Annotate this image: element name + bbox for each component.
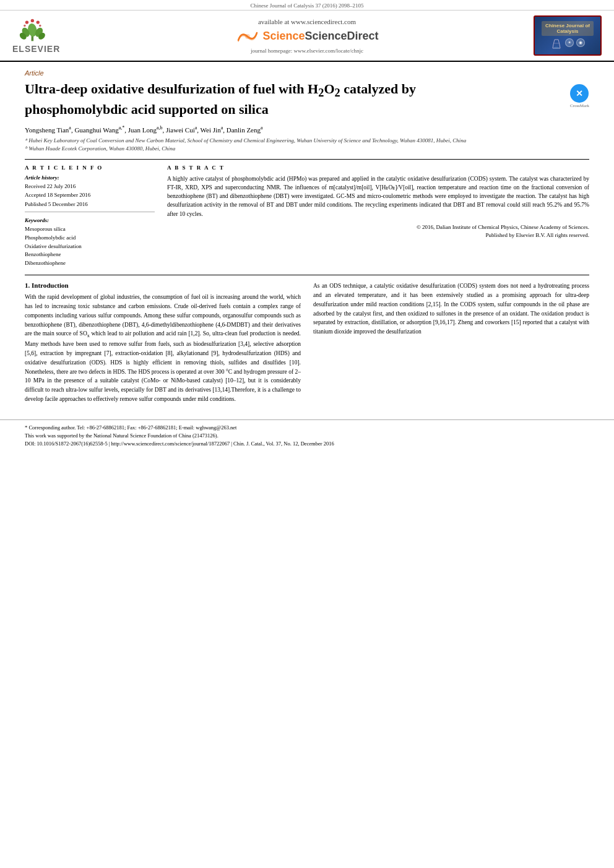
section1-heading: 1. Introduction <box>25 281 301 289</box>
article-info-abstract-row: A R T I C L E I N F O Article history: R… <box>25 165 589 268</box>
elsevier-logo-container: ELSEVIER <box>12 18 93 54</box>
svg-point-10 <box>39 24 41 27</box>
svg-point-6 <box>25 20 28 24</box>
copyright-line1: © 2016, Dalian Institute of Chemical Phy… <box>167 223 589 232</box>
abstract-copyright: © 2016, Dalian Institute of Chemical Phy… <box>167 223 589 240</box>
catalysis-badge-container: Chinese Journal of Catalysis ☀ ◉ <box>521 15 602 56</box>
section1-col2-text: As an ODS technique, a catalytic oxidati… <box>313 281 589 336</box>
keyword-5: Dibenzothiophene <box>25 259 155 267</box>
svg-point-8 <box>37 20 40 24</box>
journal-citation: Chinese Journal of Catalysis 37 (2016) 2… <box>251 2 364 9</box>
title-divider <box>25 159 589 160</box>
article-label: Article <box>25 69 589 77</box>
affiliation-a: ᵃ Hubei Key Laboratory of Coal Conversio… <box>25 137 589 145</box>
journal-header: Chinese Journal of Catalysis 37 (2016) 2… <box>0 0 614 11</box>
section1-title: Introduction <box>32 281 69 289</box>
title-block: Ultra-deep oxidative desulfurization of … <box>25 80 564 125</box>
sciencedirect-logo: ScienceScienceDirect <box>93 28 521 45</box>
article-content: Article Ultra-deep oxidative desulfuriza… <box>0 62 614 419</box>
accepted-date: Accepted 18 September 2016 <box>25 191 155 199</box>
homepage-text: journal homepage: www.elsevier.com/locat… <box>93 48 521 54</box>
catalysis-badge-title: Chinese Journal of <box>545 23 590 28</box>
affiliations: ᵃ Hubei Key Laboratory of Coal Conversio… <box>25 137 589 152</box>
catalysis-badge-subtitle: Catalysis <box>545 28 590 34</box>
authors-line: Yongsheng Tiana, Guanghui Wanga,*, Juan … <box>25 125 589 134</box>
footer-support: This work was supported by the National … <box>25 432 589 440</box>
elsevier-tree-icon <box>12 18 56 43</box>
article-history-label: Article history: <box>25 174 155 181</box>
article-info-col: A R T I C L E I N F O Article history: R… <box>25 165 155 268</box>
footer-doi: DOI: 10.1016/S1872-2067(16)62558-5 | htt… <box>25 440 589 448</box>
keywords-label: Keywords: <box>25 217 155 223</box>
sciencedirect-header: available at www.sciencedirect.com Scien… <box>93 18 521 54</box>
keywords-section: Keywords: Mesoporous silica Phosphomolyb… <box>25 217 155 267</box>
article-title: Ultra-deep oxidative desulfurization of … <box>25 80 564 119</box>
abstract-header: A B S T R A C T <box>167 165 589 171</box>
keyword-4: Benzothiophene <box>25 251 155 259</box>
keyword-3: Oxidative desulfurization <box>25 243 155 251</box>
abstract-text: A highly active catalyst of phosphomolyb… <box>167 174 589 218</box>
page: Chinese Journal of Catalysis 37 (2016) 2… <box>0 0 614 868</box>
section1-number: 1. <box>25 281 30 289</box>
body-col-left: 1. Introduction With the rapid developme… <box>25 281 301 407</box>
badge-circle-icon-1: ☀ <box>565 38 574 47</box>
svg-point-9 <box>24 24 26 27</box>
published-date: Published 5 December 2016 <box>25 200 155 208</box>
catalysis-badge-inner: Chinese Journal of Catalysis <box>542 21 594 36</box>
keyword-2: Phosphomolybdic acid <box>25 234 155 242</box>
svg-point-11 <box>245 34 250 39</box>
crossmark-icon[interactable]: ✕ <box>570 84 589 103</box>
badge-icon-row: ☀ ◉ <box>550 38 585 51</box>
title-crossmark-row: Ultra-deep oxidative desulfurization of … <box>25 80 589 125</box>
article-info-header: A R T I C L E I N F O <box>25 165 155 171</box>
abstract-col: A B S T R A C T A highly active catalyst… <box>167 165 589 268</box>
crossmark-label: CrossMark <box>570 103 589 108</box>
affiliation-b: ᵇ Wuhan Huade Ecotek Corporation, Wuhan … <box>25 145 589 153</box>
section1-col1-text: With the rapid development of global ind… <box>25 293 301 403</box>
available-text: available at www.sciencedirect.com <box>93 18 521 25</box>
body-col-right: As an ODS technique, a catalytic oxidati… <box>313 281 589 407</box>
sd-logo-icon <box>235 28 260 45</box>
badge-circle-icon-2: ◉ <box>576 38 585 47</box>
journal-header-section: ELSEVIER available at www.sciencedirect.… <box>0 11 614 62</box>
crossmark-container[interactable]: ✕ CrossMark <box>570 80 589 108</box>
svg-point-7 <box>31 19 34 22</box>
copyright-line2: Published by Elsevier B.V. All rights re… <box>167 231 589 240</box>
svg-point-14 <box>554 46 559 48</box>
catalysis-badge: Chinese Journal of Catalysis ☀ ◉ <box>534 15 602 56</box>
sciencedirect-wordmark: ScienceScienceDirect <box>262 30 378 43</box>
footer-corresponding: * Corresponding author. Tel: +86-27-6886… <box>25 424 589 432</box>
flask-icon <box>550 38 563 51</box>
info-divider <box>25 212 155 212</box>
footer: * Corresponding author. Tel: +86-27-6886… <box>0 419 614 451</box>
keyword-1: Mesoporous silica <box>25 225 155 233</box>
body-section: 1. Introduction With the rapid developme… <box>25 275 589 407</box>
received-date: Received 22 July 2016 <box>25 183 155 191</box>
elsevier-wordmark: ELSEVIER <box>12 44 60 54</box>
